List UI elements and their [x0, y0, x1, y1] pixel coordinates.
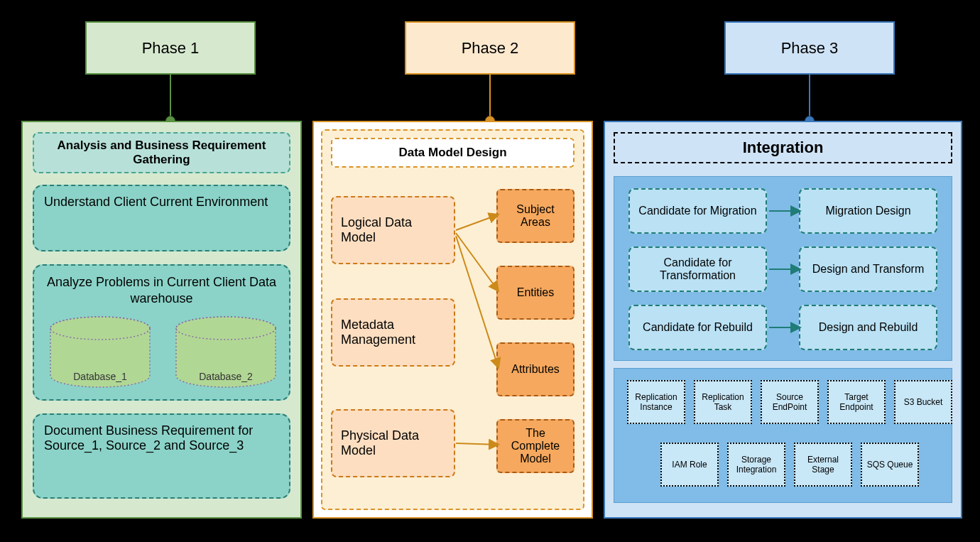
svg-line-4 — [456, 215, 499, 230]
phase3-title: Integration — [614, 132, 952, 163]
phase2-box-complete-model: The Complete Model — [496, 419, 575, 473]
svg-line-6 — [456, 236, 499, 368]
phase1-connector — [170, 75, 171, 121]
phase3-small-iam-role: IAM Role — [660, 443, 719, 487]
phase2-panel: Data Model Design Logical Data Model Met… — [312, 121, 593, 519]
database1-icon: Database_1 — [47, 315, 153, 394]
phase1-box-understand-environment: Understand Client Current Environment — [33, 185, 290, 251]
phase3-small-sqs-queue: SQS Queue — [861, 443, 919, 487]
phase1-box-analyze-problems: Analyze Problems in Current Client Data … — [33, 264, 290, 401]
diagram-canvas: Phase 1 Phase 2 Phase 3 Analysis and Bus… — [0, 0, 980, 542]
phase1-header: Phase 1 — [85, 21, 256, 75]
phase3-upper: Candidate for Migration Candidate for Tr… — [614, 176, 952, 361]
phase3-small-external-stage: External Stage — [794, 443, 852, 487]
phase1-panel: Analysis and Business Requirement Gather… — [21, 121, 302, 519]
phase1-title: Analysis and Business Requirement Gather… — [33, 132, 290, 173]
svg-line-7 — [456, 443, 499, 445]
phase3-small-replication-instance: Replication Instance — [627, 380, 685, 424]
phase3-small-s3-bucket: S3 Bucket — [894, 380, 952, 424]
phase3-lower: Replication Instance Replication Task So… — [614, 368, 952, 503]
phase2-box-attributes: Attributes — [496, 342, 575, 396]
database2-label: Database_2 — [173, 371, 279, 382]
database1-label: Database_1 — [47, 371, 153, 382]
phase3-small-source-endpoint: Source EndPoint — [761, 380, 819, 424]
phase2-box-subject-areas: Subject Areas — [496, 189, 575, 243]
phase3-box-migration-design: Migration Design — [799, 188, 937, 234]
phase2-header: Phase 2 — [405, 21, 575, 75]
phase3-connector — [809, 75, 810, 121]
phase2-box-metadata-management: Metadata Management — [331, 298, 455, 367]
svg-line-5 — [456, 233, 499, 291]
phase2-inner: Data Model Design Logical Data Model Met… — [321, 129, 584, 510]
phase3-small-storage-integration: Storage Integration — [727, 443, 785, 487]
phase2-box-entities: Entities — [496, 266, 575, 320]
phase3-box-candidate-rebuild: Candidate for Rebuild — [628, 305, 767, 350]
phase3-header: Phase 3 — [724, 21, 895, 75]
phase1-box-document-requirements: Document Business Requirement for Source… — [33, 413, 290, 499]
phase3-box-design-rebuild: Design and Rebuild — [799, 305, 937, 350]
phase3-small-replication-task: Replication Task — [694, 380, 752, 424]
phase3-box-candidate-transformation: Candidate for Transformation — [628, 246, 767, 292]
phase1-box2-title: Analyze Problems in Current Client Data … — [44, 274, 279, 308]
phase2-connector — [489, 75, 491, 121]
phase3-box-candidate-migration: Candidate for Migration — [628, 188, 767, 234]
phase2-box-logical-data-model: Logical Data Model — [331, 196, 455, 264]
phase3-box-design-transform: Design and Transform — [799, 246, 937, 292]
phase2-title: Data Model Design — [331, 138, 575, 168]
phase3-panel: Integration Candidate for Migration Cand… — [604, 121, 962, 519]
database2-icon: Database_2 — [173, 315, 279, 394]
phase3-small-target-endpoint: Target Endpoint — [827, 380, 886, 424]
phase2-box-physical-data-model: Physical Data Model — [331, 409, 455, 477]
